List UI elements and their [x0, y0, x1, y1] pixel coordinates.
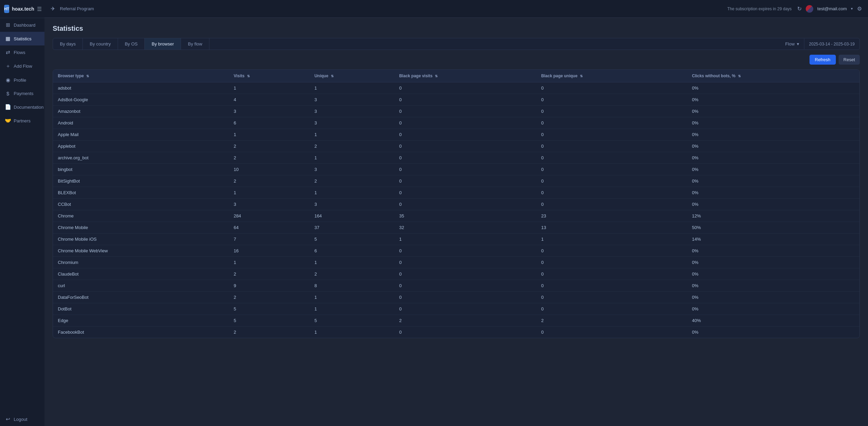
- cell-clicks: 0%: [687, 164, 859, 175]
- topbar-left: ✈ Referral Program: [51, 5, 722, 12]
- settings-icon[interactable]: ⚙: [857, 5, 862, 12]
- col-header-unique[interactable]: Unique ⇅: [310, 70, 394, 82]
- referral-program-link[interactable]: Referral Program: [60, 6, 94, 11]
- sidebar-item-label: Logout: [14, 417, 27, 422]
- sort-icon: ⇅: [435, 74, 438, 78]
- cell-clicks: 50%: [687, 222, 859, 234]
- table-row: archive.org_bot 2 1 0 0 0%: [53, 152, 859, 164]
- send-icon[interactable]: ✈: [51, 5, 55, 12]
- cell-visits: 6: [229, 117, 310, 129]
- cell-unique: 3: [310, 117, 394, 129]
- col-header-visits[interactable]: Visits ⇅: [229, 70, 310, 82]
- data-table-container: Browser type ⇅ Visits ⇅ Unique ⇅ Black p…: [53, 69, 860, 338]
- sidebar-item-statistics[interactable]: ▦ Statistics: [0, 32, 44, 45]
- cell-unique: 1: [310, 257, 394, 268]
- cell-unique: 3: [310, 94, 394, 106]
- flows-icon: ⇄: [5, 49, 11, 55]
- cell-visits: 64: [229, 222, 310, 234]
- cell-black-unique: 0: [536, 280, 687, 292]
- tab-by-country[interactable]: By country: [83, 38, 118, 50]
- flow-selector[interactable]: Flow ▾: [780, 39, 804, 49]
- logo-text: hoax.tech: [12, 6, 34, 12]
- sidebar-item-logout[interactable]: ↩ Logout: [0, 412, 44, 426]
- tab-by-browser[interactable]: By browser: [145, 38, 181, 50]
- chevron-down-icon[interactable]: ▾: [851, 6, 853, 11]
- col-header-clicks-without-bots[interactable]: Clicks without bots, % ⇅: [687, 70, 859, 82]
- refresh-icon[interactable]: ↻: [797, 5, 802, 12]
- chevron-down-icon: ▾: [797, 41, 799, 46]
- sidebar-item-flows[interactable]: ⇄ Flows: [0, 45, 44, 59]
- cell-visits: 1: [229, 129, 310, 141]
- sidebar-item-partners[interactable]: 🤝 Partners: [0, 114, 44, 128]
- cell-clicks: 0%: [687, 268, 859, 280]
- cell-unique: 37: [310, 222, 394, 234]
- sidebar-item-dashboard[interactable]: ⊞ Dashboard: [0, 18, 44, 32]
- cell-black-unique: 0: [536, 164, 687, 175]
- cell-black-unique: 23: [536, 210, 687, 222]
- col-header-black-page-visits[interactable]: Black page visits ⇅: [394, 70, 536, 82]
- cell-clicks: 0%: [687, 303, 859, 315]
- cell-black-unique: 1: [536, 234, 687, 245]
- cell-browser: bingbot: [53, 164, 229, 175]
- topbar: ✈ Referral Program The subscription expi…: [44, 0, 868, 18]
- cell-browser: BLEXBot: [53, 187, 229, 199]
- sidebar-item-label: Flows: [14, 50, 25, 55]
- cell-black-unique: 2: [536, 315, 687, 327]
- cell-visits: 2: [229, 175, 310, 187]
- subscription-text: The subscription expires in 29 days: [727, 6, 792, 11]
- hamburger-icon[interactable]: ☰: [37, 6, 42, 12]
- cell-visits: 2: [229, 327, 310, 338]
- table-row: adsbot 1 1 0 0 0%: [53, 82, 859, 94]
- cell-browser: Chromium: [53, 257, 229, 268]
- refresh-button[interactable]: Refresh: [809, 55, 836, 65]
- sort-icon: ⇅: [86, 74, 89, 78]
- cell-black-visits: 0: [394, 152, 536, 164]
- sidebar-item-documentation[interactable]: 📄 Documentation: [0, 100, 44, 114]
- cell-black-unique: 0: [536, 117, 687, 129]
- user-email[interactable]: test@mail.com: [817, 6, 847, 11]
- cell-unique: 164: [310, 210, 394, 222]
- cell-visits: 3: [229, 199, 310, 210]
- reset-button[interactable]: Reset: [839, 55, 860, 65]
- cell-black-unique: 0: [536, 327, 687, 338]
- sidebar-item-profile[interactable]: ◉ Profile: [0, 73, 44, 87]
- cell-browser: Edge: [53, 315, 229, 327]
- sidebar-item-payments[interactable]: $ Payments: [0, 87, 44, 100]
- tab-by-days[interactable]: By days: [53, 38, 83, 50]
- cell-browser: FacebookBot: [53, 327, 229, 338]
- col-header-black-page-unique[interactable]: Black page unique ⇅: [536, 70, 687, 82]
- col-header-browser-type[interactable]: Browser type ⇅: [53, 70, 229, 82]
- cell-browser: Chrome Mobile WebView: [53, 245, 229, 257]
- cell-unique: 5: [310, 315, 394, 327]
- cell-browser: Applebot: [53, 141, 229, 152]
- cell-unique: 8: [310, 280, 394, 292]
- cell-black-unique: 0: [536, 106, 687, 117]
- cell-black-visits: 0: [394, 94, 536, 106]
- cell-black-unique: 0: [536, 292, 687, 303]
- cell-browser: Android: [53, 117, 229, 129]
- cell-black-visits: 0: [394, 199, 536, 210]
- cell-visits: 4: [229, 94, 310, 106]
- table-row: Applebot 2 2 0 0 0%: [53, 141, 859, 152]
- table-row: FacebookBot 2 1 0 0 0%: [53, 327, 859, 338]
- cell-visits: 1: [229, 187, 310, 199]
- cell-black-visits: 0: [394, 268, 536, 280]
- logo-area: HT hoax.tech ☰: [0, 0, 44, 18]
- cell-visits: 2: [229, 152, 310, 164]
- cell-unique: 1: [310, 152, 394, 164]
- sidebar-item-add-flow[interactable]: ＋ Add Flow: [0, 59, 44, 73]
- sort-icon: ⇅: [247, 74, 250, 78]
- table-row: AdsBot-Google 4 3 0 0 0%: [53, 94, 859, 106]
- cell-clicks: 14%: [687, 234, 859, 245]
- tab-by-flow[interactable]: By flow: [181, 38, 209, 50]
- cell-unique: 1: [310, 303, 394, 315]
- cell-unique: 3: [310, 164, 394, 175]
- cell-clicks: 0%: [687, 129, 859, 141]
- cell-visits: 5: [229, 315, 310, 327]
- tab-by-os[interactable]: By OS: [118, 38, 145, 50]
- table-row: Chrome Mobile WebView 16 6 0 0 0%: [53, 245, 859, 257]
- cell-black-visits: 0: [394, 280, 536, 292]
- sort-icon: ⇅: [738, 74, 741, 78]
- cell-clicks: 0%: [687, 280, 859, 292]
- sidebar-item-label: Payments: [14, 91, 34, 96]
